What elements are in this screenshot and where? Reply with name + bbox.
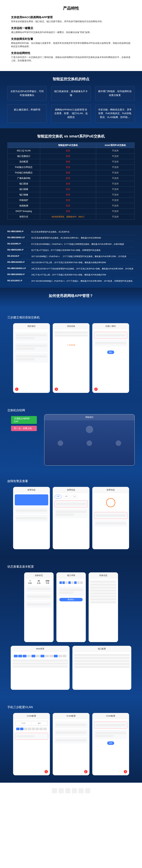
table-cell: 不支持 xyxy=(96,197,135,203)
table-cell: 支持 xyxy=(40,181,96,186)
table-cell: 不支持 xyxy=(96,159,135,164)
spec-model: RG-ES109G-P xyxy=(7,243,31,246)
feature-box: 硬件看门狗电路，软件故障时自动复位恢复 xyxy=(95,86,135,101)
table-cell: 支持 xyxy=(40,159,96,164)
step3-title: 故障告警及查看 xyxy=(7,479,138,483)
step2-title: 交换机自组网 xyxy=(7,408,138,412)
table-cell: 不支持 xyxy=(96,164,135,170)
tag: 无需配合NBR和EAP xyxy=(11,416,37,424)
footer-icon xyxy=(78,788,84,793)
step1-title: 三步建立项目添加交换机 xyxy=(7,316,138,319)
step4-title: 状态查看及基本配置 xyxy=(7,565,138,569)
phone-screenshot: 告警信息 xyxy=(92,487,129,549)
table-header xyxy=(7,143,40,148)
spec-desc: 8个百兆10/100M端口（PoE/PoE+）1个千兆端口非网管型交换机，整机最… xyxy=(31,243,135,246)
screen-header: 网络拓扑 xyxy=(44,414,135,420)
table-cell: 端口镜像 xyxy=(7,192,40,197)
table-cell: 线缆检测 xyxy=(7,203,40,209)
table-cell: 不支持 xyxy=(96,192,135,197)
step-number: 2 xyxy=(55,388,58,391)
screen-header: VLAN配置 xyxy=(53,713,89,719)
screen-header: 设备状态 xyxy=(24,572,53,579)
feature-title: 支持故障实时告警 xyxy=(11,37,131,41)
table-cell: PoE端口供电重启 xyxy=(7,170,40,176)
screen-header: 我的项目 xyxy=(13,323,50,329)
table-cell: 不支持 xyxy=(96,153,135,159)
spec-desc: 24个10/100/1000M端口（PoE/PoE+）+2个千兆端口，整机最大P… xyxy=(31,279,135,283)
phone-screenshot: 网络拓扑 xyxy=(44,414,135,466)
feature-title: 支持使用MACC跟易网络APP管理 xyxy=(11,16,131,19)
action-button[interactable]: 重启端口 xyxy=(59,598,83,601)
table-cell: WEB管理界面、易网络APP、MACC xyxy=(40,214,96,219)
phone-screenshot: 告警信息 xyxy=(13,487,50,549)
smart-features-title: 智能监控交换机的特点 xyxy=(7,76,135,82)
spec-model: RG-NBS18160G-P xyxy=(7,261,31,264)
screen-header: 告警信息 xyxy=(92,487,129,493)
table-cell: 管理方式 xyxy=(7,214,40,219)
spec-model: RG-NBS18260G-P xyxy=(7,273,31,276)
spec-row: RG-NBS18160G-P 16口10/100+2千兆上联，16个百兆口支持3… xyxy=(7,259,135,266)
phone-screenshot: 端口详情 重启端口 xyxy=(56,572,86,642)
screen-header: 添加设备 xyxy=(53,323,89,329)
product-features-title: 产品特性 xyxy=(11,5,131,11)
feature-title: 支持远程一键重启 xyxy=(11,26,131,30)
screen-header: 告警信息 xyxy=(53,487,89,493)
table-cell: 不支持 xyxy=(96,148,135,153)
table-cell: 端口流量统计 xyxy=(7,153,40,159)
phone-screenshot: 我的项目 1 xyxy=(13,323,50,393)
footer-icon xyxy=(85,788,90,793)
table-cell: 不支持 xyxy=(96,209,135,214)
phone-screenshot: 告警信息 24h 48h 7天 xyxy=(53,487,90,549)
footer-icon xyxy=(52,788,57,793)
web-screenshot: 端口配置 xyxy=(72,646,131,690)
tag: 扫一台，全网上线 xyxy=(11,426,37,431)
screen-header: 扫描二维码 xyxy=(92,323,129,329)
phone-screenshot: VLAN配置 VLAN端口 1 xyxy=(13,713,50,775)
table-cell: 支持 xyxy=(40,164,96,170)
phone-screenshot: VLAN配置 2 xyxy=(53,713,90,775)
feature-desc: 网络故障实时扫描，当出现端口流量异常、线缆异常及供电异常等异常时易网络APP自动… xyxy=(11,41,131,48)
comparison-table: 智能监控PoE交换机 smart系列PoE交换机 802.1Q VLAN 支持 … xyxy=(7,143,135,220)
feature-box: 易网络APP/MACC远程管理 状态查看、告警、 端口VLAN、远程重启 xyxy=(51,104,91,123)
spec-desc: 16个10/100M端口（PoE/PoE+），2个千兆电口非网管型POE交换机；… xyxy=(31,255,135,258)
table-cell: 不支持 xyxy=(96,186,135,192)
confirm-button[interactable]: 确认 xyxy=(107,350,114,354)
spec-row: RG-ES109G-P 8个百兆10/100M端口（PoE/PoE+）1个千兆端… xyxy=(7,241,135,247)
step-number: 2 xyxy=(84,770,88,773)
table-cell: DHCP Snooping xyxy=(7,209,40,214)
feature-box: 端口线速转发，接满摄像头不卡顿 xyxy=(51,86,91,101)
screen-header: VLAN配置 xyxy=(13,713,50,719)
feature-desc: 简单友好的图形化界面，端口状态、端口流量可视化，用手机便可随时随地关注您的网络详… xyxy=(11,20,131,23)
spec-model: RG-NBS1809G-LP xyxy=(7,236,31,240)
spec-desc: 24口百兆10/100+2个千兆在线管理型PoE交换机，24个百兆口支持PoE+… xyxy=(31,267,135,270)
footer-icon xyxy=(58,788,64,793)
table-cell: 不支持 xyxy=(96,214,135,219)
feature-desc: 通过易网络APP便可对交换机及PoE终端进行一键重启，轻松解决设备"死机"故障。 xyxy=(11,31,131,34)
table-cell: 不支持 xyxy=(96,181,135,186)
step-number: 1 xyxy=(45,770,48,773)
table-header: smart系列PoE交换机 xyxy=(96,143,135,148)
spec-desc: 16口10/100+2千兆上联，16个百兆口支持30W PoE+供电，整机最大供… xyxy=(31,261,135,264)
table-header: 智能监控PoE交换机 xyxy=(40,143,96,148)
spec-row: RG-ES126GC-P 24个10/100/1000M端口（PoE/PoE+）… xyxy=(7,278,135,284)
spec-row: RG-NBS1809G-LP 8口百兆在线管理型PoE交换机，8口支持全功率Po… xyxy=(7,235,135,241)
spec-model: RG-NBS5109G-P xyxy=(7,249,31,252)
phone-screenshot: VLAN配置 保存 3 xyxy=(92,713,129,775)
web-screenshot: Web管理 xyxy=(11,646,70,690)
table-cell: 支持 xyxy=(40,197,96,203)
spec-desc: 8口百兆在线管理型PoE交换机，8口支持全功率PoE+，整机最大PoE功率60W xyxy=(31,236,135,240)
feature-box: 默认傻瓜模式，即插即用 xyxy=(7,104,47,123)
table-cell: 广播风暴抑制 xyxy=(7,176,40,181)
table-cell: 支持 xyxy=(40,148,96,153)
table-cell: 环路保护 xyxy=(7,197,40,203)
comparison-title: 智能监控交换机 vs smart系列PoE交换机 xyxy=(7,134,135,139)
table-cell: 支持 xyxy=(40,192,96,197)
save-button[interactable]: 保存 xyxy=(107,741,114,745)
table-cell: 不支持 xyxy=(96,176,135,181)
table-cell: 端口隔离 xyxy=(7,186,40,192)
spec-model: RG-NBS1809G-P xyxy=(7,230,31,234)
howto-title: 如何使用易网络APP管理？ xyxy=(4,293,138,298)
feature-box: 全部为全功PoE功率输出，可同时接满摄像头 xyxy=(7,86,47,101)
table-cell: 支持 xyxy=(40,186,96,192)
spec-model: RG-ES126GC-P xyxy=(7,279,31,283)
